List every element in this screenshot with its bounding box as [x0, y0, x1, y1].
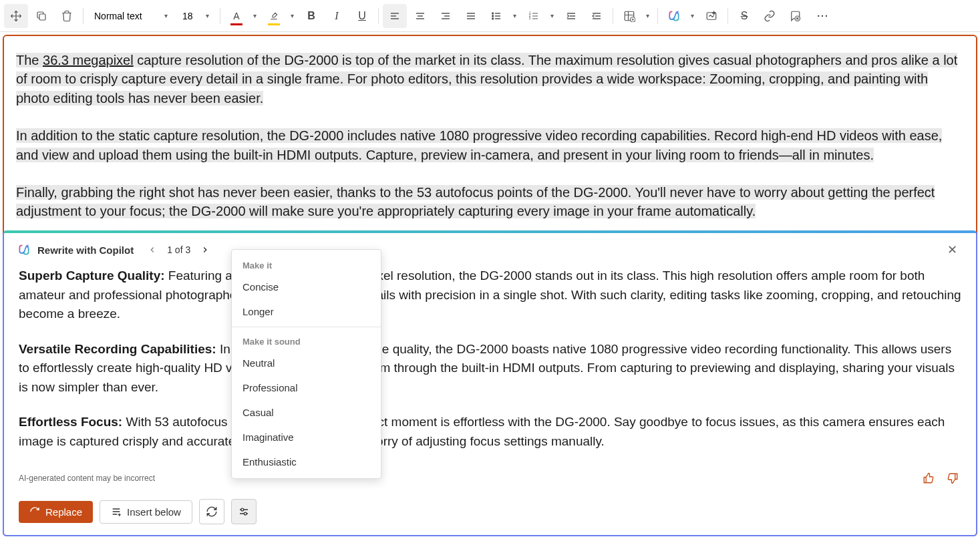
copilot-suggestion-body: Superb Capture Quality: Featuring an imp… — [4, 265, 976, 470]
separator — [378, 8, 379, 24]
table-dropdown[interactable]: ▾ — [641, 4, 653, 28]
doc-link[interactable]: 36.3 megapixel — [43, 53, 134, 67]
disclaimer-row: AI-generated content may be incorrect — [4, 470, 976, 492]
indent-increase-button[interactable] — [559, 4, 583, 28]
section2-title: Versatile Recording Capabilities: — [19, 342, 216, 356]
thumbs-up-button[interactable] — [920, 470, 937, 487]
separator — [657, 8, 658, 24]
tone-section-sound: Make it sound — [232, 330, 381, 351]
svg-text:3: 3 — [529, 17, 531, 20]
comment-button[interactable] — [783, 4, 807, 28]
separator — [232, 327, 381, 327]
copy-icon[interactable] — [29, 4, 53, 28]
ai-disclaimer: AI-generated content may be incorrect — [19, 474, 155, 483]
document-area: The 36.3 megapixel capture resolution of… — [3, 35, 977, 536]
svg-rect-0 — [39, 14, 45, 20]
doc-p3: Finally, grabbing the right shot has nev… — [16, 185, 935, 218]
replace-icon — [29, 506, 40, 517]
tone-option-imaginative[interactable]: Imaginative — [232, 425, 381, 450]
section3-title: Effortless Focus: — [19, 415, 122, 429]
insert-label: Insert below — [127, 506, 181, 518]
highlight-dropdown[interactable]: ▾ — [286, 4, 298, 28]
bullet-list-dropdown[interactable]: ▾ — [508, 4, 520, 28]
copilot-pager: 1 of 3 — [144, 242, 213, 258]
prev-suggestion-button[interactable] — [144, 242, 160, 258]
tone-adjustment-menu: Make it Concise Longer Make it sound Neu… — [231, 249, 381, 479]
font-size-select[interactable]: 18 ▾ — [176, 4, 216, 28]
align-right-button[interactable] — [434, 4, 458, 28]
copilot-dropdown[interactable]: ▾ — [686, 4, 698, 28]
doc-p2: In addition to the static capture resolu… — [16, 128, 942, 162]
link-button[interactable] — [758, 4, 782, 28]
svg-point-3 — [492, 18, 494, 19]
copilot-actions: Replace Insert below — [4, 492, 976, 535]
indent-decrease-button[interactable] — [585, 4, 609, 28]
underline-button[interactable]: U — [350, 4, 374, 28]
highlight-button[interactable] — [262, 4, 286, 28]
insert-below-button[interactable]: Insert below — [100, 500, 192, 524]
copilot-icon — [17, 243, 31, 256]
next-suggestion-button[interactable] — [197, 242, 213, 258]
text-style-select[interactable]: Normal text ▾ — [88, 4, 174, 28]
align-left-button[interactable] — [383, 4, 407, 28]
table-button[interactable] — [617, 4, 641, 28]
tone-option-professional[interactable]: Professional — [232, 375, 381, 400]
separator — [83, 8, 84, 24]
tone-option-longer[interactable]: Longer — [232, 299, 381, 324]
bold-button[interactable]: B — [299, 4, 323, 28]
separator — [613, 8, 613, 24]
regenerate-button[interactable] — [199, 499, 224, 524]
strikethrough-button[interactable]: S — [732, 4, 756, 28]
close-button[interactable]: ✕ — [942, 240, 963, 260]
doc-p1-pre: The — [16, 53, 43, 67]
section3-body: With 53 autofocus points, capturing the … — [19, 415, 945, 448]
replace-button[interactable]: Replace — [19, 501, 93, 523]
font-size-value: 18 — [182, 11, 193, 21]
page-indicator: 1 of 3 — [167, 244, 190, 255]
text-style-label: Normal text — [94, 11, 142, 21]
adjust-tone-button[interactable] — [231, 499, 257, 524]
tone-option-neutral[interactable]: Neutral — [232, 351, 381, 375]
thumbs-down-button[interactable] — [944, 470, 961, 487]
numbered-list-button[interactable]: 123 — [522, 4, 546, 28]
section1-title: Superb Capture Quality: — [19, 268, 165, 283]
svg-point-1 — [492, 13, 494, 14]
italic-button[interactable]: I — [325, 4, 349, 28]
bullet-list-button[interactable] — [484, 4, 508, 28]
document-text[interactable]: The 36.3 megapixel capture resolution of… — [16, 51, 964, 221]
tone-option-concise[interactable]: Concise — [232, 275, 381, 299]
copilot-rewrite-panel: Rewrite with Copilot 1 of 3 ✕ Superb Cap… — [3, 230, 977, 536]
chevron-down-icon: ▾ — [206, 12, 209, 19]
tone-option-casual[interactable]: Casual — [232, 400, 381, 425]
separator — [727, 8, 728, 24]
font-color-button[interactable]: A — [224, 4, 249, 28]
copilot-button[interactable] — [662, 4, 686, 28]
formatting-toolbar: Normal text ▾ 18 ▾ A ▾ ▾ B I U ▾ 123 ▾ ▾… — [0, 0, 980, 32]
svg-point-2 — [492, 15, 494, 17]
designer-button[interactable] — [699, 4, 723, 28]
tone-section-length: Make it — [232, 254, 381, 275]
copilot-header: Rewrite with Copilot 1 of 3 ✕ — [4, 233, 976, 265]
tone-option-enthusiastic[interactable]: Enthusiastic — [232, 450, 381, 474]
svg-point-11 — [241, 508, 244, 511]
align-justify-button[interactable] — [459, 4, 483, 28]
more-options-button[interactable]: ··· — [811, 4, 835, 28]
chevron-down-icon: ▾ — [164, 12, 168, 19]
delete-icon[interactable] — [55, 4, 79, 28]
font-color-dropdown[interactable]: ▾ — [249, 4, 261, 28]
copilot-title: Rewrite with Copilot — [37, 244, 134, 256]
move-icon[interactable] — [4, 4, 28, 28]
insert-icon — [111, 506, 122, 517]
feedback-controls — [920, 470, 961, 487]
doc-p1-post: capture resolution of the DG-2000 is top… — [16, 53, 957, 106]
numbered-list-dropdown[interactable]: ▾ — [546, 4, 558, 28]
svg-point-12 — [244, 512, 247, 515]
separator — [220, 8, 220, 24]
replace-label: Replace — [45, 506, 82, 518]
align-center-button[interactable] — [408, 4, 432, 28]
